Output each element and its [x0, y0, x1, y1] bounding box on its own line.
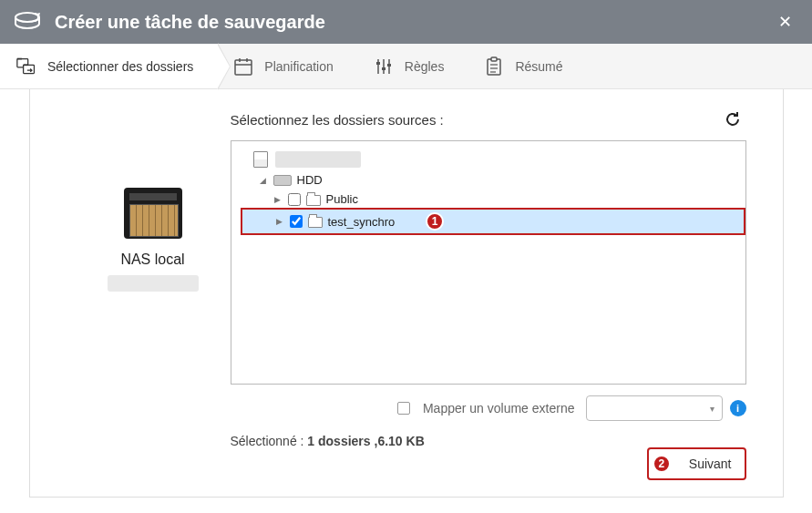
- folder-name: Public: [326, 192, 358, 206]
- close-icon[interactable]: ✕: [771, 8, 799, 36]
- tree-root-server[interactable]: [241, 149, 745, 170]
- server-name-placeholder: [275, 151, 361, 168]
- folder-checkbox[interactable]: [288, 193, 301, 206]
- svg-rect-14: [387, 64, 391, 67]
- folders-icon: [16, 56, 36, 77]
- nas-id-placeholder: [108, 275, 199, 292]
- nas-local-label: NAS local: [94, 251, 212, 268]
- folder-tree: ◢ HDD ▶ Public ▶ test_synchro 1: [231, 140, 746, 385]
- clipboard-icon: [484, 56, 504, 77]
- step-label: Règles: [405, 59, 445, 74]
- nas-device-icon: [124, 188, 182, 239]
- folder-icon: [306, 195, 321, 206]
- callout-badge-2: 2: [653, 455, 671, 473]
- selection-summary: Sélectionné : 1 dossiers ,6.10 KB: [231, 434, 746, 448]
- svg-rect-13: [382, 67, 385, 70]
- info-icon[interactable]: i: [730, 400, 746, 416]
- folder-icon: [308, 217, 323, 228]
- map-volume-label: Mapper un volume externe: [423, 401, 575, 416]
- tree-folder-public[interactable]: ▶ Public: [241, 190, 745, 209]
- sliders-icon: [374, 56, 394, 77]
- drive-icon: [273, 175, 292, 186]
- hdd-label: HDD: [297, 173, 323, 187]
- step-select-folders[interactable]: Sélectionner des dossiers: [0, 44, 217, 88]
- svg-rect-12: [376, 62, 380, 65]
- chevron-down-icon: ▾: [710, 404, 714, 414]
- expand-icon[interactable]: ▶: [275, 217, 284, 226]
- svg-rect-4: [24, 64, 28, 66]
- step-summary[interactable]: Résumé: [468, 44, 586, 88]
- wizard-steps: Sélectionner des dossiers Planification …: [0, 44, 812, 89]
- callout-badge-1: 1: [426, 212, 444, 231]
- tree-folder-test-synchro[interactable]: ▶ test_synchro 1: [241, 208, 745, 235]
- step-label: Résumé: [515, 59, 562, 74]
- map-volume-checkbox[interactable]: [397, 402, 410, 415]
- svg-rect-16: [491, 57, 497, 61]
- step-label: Planification: [264, 59, 334, 74]
- folder-checkbox[interactable]: [290, 215, 303, 228]
- svg-rect-2: [17, 57, 22, 59]
- external-volume-select[interactable]: ▾: [586, 395, 723, 421]
- collapse-icon[interactable]: ◢: [259, 176, 268, 185]
- next-button-label: Suivant: [678, 451, 743, 477]
- app-icon: [13, 7, 42, 36]
- folder-name: test_synchro: [328, 215, 396, 229]
- svg-rect-3: [24, 65, 35, 73]
- refresh-icon[interactable]: [719, 109, 746, 129]
- server-icon: [253, 151, 268, 168]
- svg-rect-5: [235, 60, 252, 75]
- source-prompt: Sélectionnez les dossiers sources :: [231, 112, 444, 128]
- next-button[interactable]: 2 Suivant: [647, 447, 746, 480]
- expand-icon[interactable]: ▶: [273, 195, 283, 204]
- step-label: Sélectionner des dossiers: [47, 59, 193, 74]
- tree-hdd[interactable]: ◢ HDD: [241, 170, 745, 190]
- step-rules[interactable]: Règles: [357, 44, 468, 88]
- window-title: Créer une tâche de sauvegarde: [55, 12, 771, 33]
- step-planification[interactable]: Planification: [217, 44, 357, 88]
- calendar-icon: [233, 56, 253, 77]
